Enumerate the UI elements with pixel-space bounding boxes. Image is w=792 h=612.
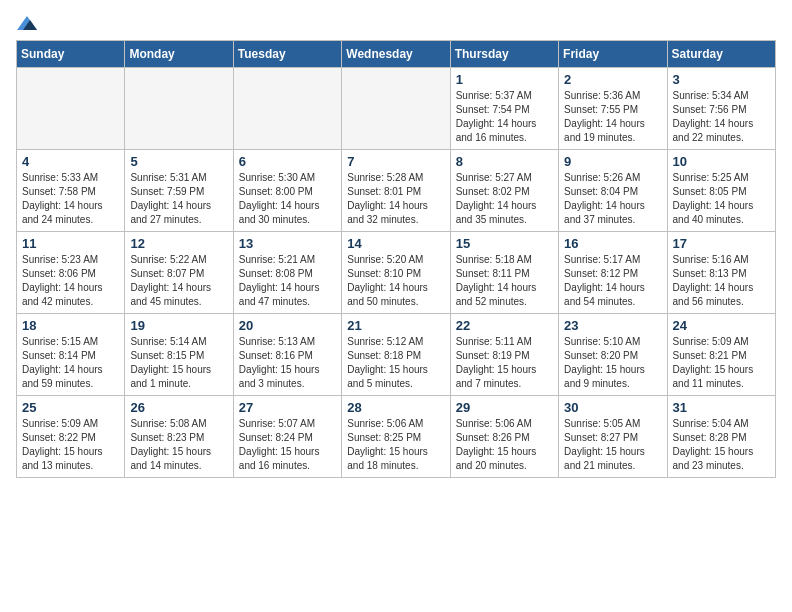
calendar-cell: 27Sunrise: 5:07 AM Sunset: 8:24 PM Dayli… xyxy=(233,396,341,478)
calendar-cell: 20Sunrise: 5:13 AM Sunset: 8:16 PM Dayli… xyxy=(233,314,341,396)
day-number: 13 xyxy=(239,236,336,251)
calendar-cell xyxy=(125,68,233,150)
weekday-header-sunday: Sunday xyxy=(17,41,125,68)
day-info: Sunrise: 5:37 AM Sunset: 7:54 PM Dayligh… xyxy=(456,89,553,145)
calendar-cell: 25Sunrise: 5:09 AM Sunset: 8:22 PM Dayli… xyxy=(17,396,125,478)
day-info: Sunrise: 5:12 AM Sunset: 8:18 PM Dayligh… xyxy=(347,335,444,391)
day-info: Sunrise: 5:17 AM Sunset: 8:12 PM Dayligh… xyxy=(564,253,661,309)
day-number: 29 xyxy=(456,400,553,415)
day-number: 24 xyxy=(673,318,770,333)
day-info: Sunrise: 5:23 AM Sunset: 8:06 PM Dayligh… xyxy=(22,253,119,309)
day-number: 14 xyxy=(347,236,444,251)
day-number: 30 xyxy=(564,400,661,415)
calendar-cell: 5Sunrise: 5:31 AM Sunset: 7:59 PM Daylig… xyxy=(125,150,233,232)
weekday-header-row: SundayMondayTuesdayWednesdayThursdayFrid… xyxy=(17,41,776,68)
day-info: Sunrise: 5:11 AM Sunset: 8:19 PM Dayligh… xyxy=(456,335,553,391)
day-info: Sunrise: 5:34 AM Sunset: 7:56 PM Dayligh… xyxy=(673,89,770,145)
calendar-cell: 30Sunrise: 5:05 AM Sunset: 8:27 PM Dayli… xyxy=(559,396,667,478)
calendar-cell: 6Sunrise: 5:30 AM Sunset: 8:00 PM Daylig… xyxy=(233,150,341,232)
day-number: 9 xyxy=(564,154,661,169)
day-number: 12 xyxy=(130,236,227,251)
calendar-week-2: 4Sunrise: 5:33 AM Sunset: 7:58 PM Daylig… xyxy=(17,150,776,232)
day-number: 4 xyxy=(22,154,119,169)
day-info: Sunrise: 5:27 AM Sunset: 8:02 PM Dayligh… xyxy=(456,171,553,227)
day-number: 21 xyxy=(347,318,444,333)
day-info: Sunrise: 5:31 AM Sunset: 7:59 PM Dayligh… xyxy=(130,171,227,227)
calendar-cell: 24Sunrise: 5:09 AM Sunset: 8:21 PM Dayli… xyxy=(667,314,775,396)
day-number: 26 xyxy=(130,400,227,415)
day-info: Sunrise: 5:20 AM Sunset: 8:10 PM Dayligh… xyxy=(347,253,444,309)
day-info: Sunrise: 5:06 AM Sunset: 8:25 PM Dayligh… xyxy=(347,417,444,473)
calendar-cell: 4Sunrise: 5:33 AM Sunset: 7:58 PM Daylig… xyxy=(17,150,125,232)
day-info: Sunrise: 5:14 AM Sunset: 8:15 PM Dayligh… xyxy=(130,335,227,391)
day-number: 7 xyxy=(347,154,444,169)
weekday-header-friday: Friday xyxy=(559,41,667,68)
calendar-cell: 1Sunrise: 5:37 AM Sunset: 7:54 PM Daylig… xyxy=(450,68,558,150)
day-number: 15 xyxy=(456,236,553,251)
calendar-week-5: 25Sunrise: 5:09 AM Sunset: 8:22 PM Dayli… xyxy=(17,396,776,478)
day-info: Sunrise: 5:09 AM Sunset: 8:22 PM Dayligh… xyxy=(22,417,119,473)
day-info: Sunrise: 5:05 AM Sunset: 8:27 PM Dayligh… xyxy=(564,417,661,473)
day-number: 8 xyxy=(456,154,553,169)
day-number: 25 xyxy=(22,400,119,415)
calendar-cell: 14Sunrise: 5:20 AM Sunset: 8:10 PM Dayli… xyxy=(342,232,450,314)
day-number: 1 xyxy=(456,72,553,87)
day-info: Sunrise: 5:28 AM Sunset: 8:01 PM Dayligh… xyxy=(347,171,444,227)
calendar-cell: 12Sunrise: 5:22 AM Sunset: 8:07 PM Dayli… xyxy=(125,232,233,314)
day-info: Sunrise: 5:21 AM Sunset: 8:08 PM Dayligh… xyxy=(239,253,336,309)
day-number: 10 xyxy=(673,154,770,169)
calendar-cell xyxy=(233,68,341,150)
logo xyxy=(16,16,38,28)
weekday-header-monday: Monday xyxy=(125,41,233,68)
calendar-cell: 31Sunrise: 5:04 AM Sunset: 8:28 PM Dayli… xyxy=(667,396,775,478)
calendar-cell: 8Sunrise: 5:27 AM Sunset: 8:02 PM Daylig… xyxy=(450,150,558,232)
weekday-header-wednesday: Wednesday xyxy=(342,41,450,68)
page-header xyxy=(16,16,776,28)
day-number: 18 xyxy=(22,318,119,333)
weekday-header-thursday: Thursday xyxy=(450,41,558,68)
day-info: Sunrise: 5:08 AM Sunset: 8:23 PM Dayligh… xyxy=(130,417,227,473)
day-info: Sunrise: 5:30 AM Sunset: 8:00 PM Dayligh… xyxy=(239,171,336,227)
calendar-cell: 7Sunrise: 5:28 AM Sunset: 8:01 PM Daylig… xyxy=(342,150,450,232)
day-number: 3 xyxy=(673,72,770,87)
calendar-cell: 26Sunrise: 5:08 AM Sunset: 8:23 PM Dayli… xyxy=(125,396,233,478)
day-info: Sunrise: 5:36 AM Sunset: 7:55 PM Dayligh… xyxy=(564,89,661,145)
day-info: Sunrise: 5:13 AM Sunset: 8:16 PM Dayligh… xyxy=(239,335,336,391)
calendar-cell: 11Sunrise: 5:23 AM Sunset: 8:06 PM Dayli… xyxy=(17,232,125,314)
day-number: 28 xyxy=(347,400,444,415)
day-info: Sunrise: 5:10 AM Sunset: 8:20 PM Dayligh… xyxy=(564,335,661,391)
calendar-cell: 17Sunrise: 5:16 AM Sunset: 8:13 PM Dayli… xyxy=(667,232,775,314)
logo-icon xyxy=(17,16,37,32)
day-number: 20 xyxy=(239,318,336,333)
day-info: Sunrise: 5:09 AM Sunset: 8:21 PM Dayligh… xyxy=(673,335,770,391)
calendar-cell: 28Sunrise: 5:06 AM Sunset: 8:25 PM Dayli… xyxy=(342,396,450,478)
day-number: 22 xyxy=(456,318,553,333)
day-number: 16 xyxy=(564,236,661,251)
calendar-cell: 10Sunrise: 5:25 AM Sunset: 8:05 PM Dayli… xyxy=(667,150,775,232)
day-info: Sunrise: 5:18 AM Sunset: 8:11 PM Dayligh… xyxy=(456,253,553,309)
weekday-header-saturday: Saturday xyxy=(667,41,775,68)
day-number: 23 xyxy=(564,318,661,333)
calendar-cell: 15Sunrise: 5:18 AM Sunset: 8:11 PM Dayli… xyxy=(450,232,558,314)
day-number: 11 xyxy=(22,236,119,251)
day-info: Sunrise: 5:26 AM Sunset: 8:04 PM Dayligh… xyxy=(564,171,661,227)
calendar-cell: 21Sunrise: 5:12 AM Sunset: 8:18 PM Dayli… xyxy=(342,314,450,396)
calendar-cell: 23Sunrise: 5:10 AM Sunset: 8:20 PM Dayli… xyxy=(559,314,667,396)
calendar-cell: 16Sunrise: 5:17 AM Sunset: 8:12 PM Dayli… xyxy=(559,232,667,314)
calendar-week-3: 11Sunrise: 5:23 AM Sunset: 8:06 PM Dayli… xyxy=(17,232,776,314)
day-info: Sunrise: 5:25 AM Sunset: 8:05 PM Dayligh… xyxy=(673,171,770,227)
day-info: Sunrise: 5:04 AM Sunset: 8:28 PM Dayligh… xyxy=(673,417,770,473)
calendar-cell xyxy=(342,68,450,150)
day-info: Sunrise: 5:07 AM Sunset: 8:24 PM Dayligh… xyxy=(239,417,336,473)
calendar-cell: 9Sunrise: 5:26 AM Sunset: 8:04 PM Daylig… xyxy=(559,150,667,232)
day-info: Sunrise: 5:15 AM Sunset: 8:14 PM Dayligh… xyxy=(22,335,119,391)
calendar-cell xyxy=(17,68,125,150)
day-number: 27 xyxy=(239,400,336,415)
day-number: 19 xyxy=(130,318,227,333)
day-info: Sunrise: 5:33 AM Sunset: 7:58 PM Dayligh… xyxy=(22,171,119,227)
weekday-header-tuesday: Tuesday xyxy=(233,41,341,68)
calendar-cell: 18Sunrise: 5:15 AM Sunset: 8:14 PM Dayli… xyxy=(17,314,125,396)
day-number: 6 xyxy=(239,154,336,169)
day-number: 17 xyxy=(673,236,770,251)
calendar-week-1: 1Sunrise: 5:37 AM Sunset: 7:54 PM Daylig… xyxy=(17,68,776,150)
